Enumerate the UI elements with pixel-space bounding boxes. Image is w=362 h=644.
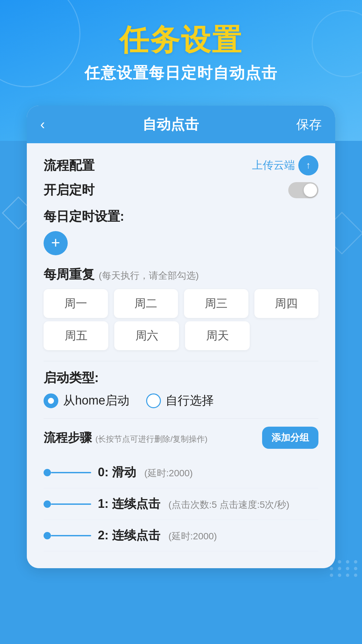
step-0-line: [51, 472, 91, 473]
page-sub-title: 任意设置每日定时自动点击: [84, 63, 278, 84]
day-sunday[interactable]: 周天: [185, 321, 250, 350]
radio-custom[interactable]: 自行选择: [146, 392, 214, 409]
radio-row: 从home启动 自行选择: [44, 392, 318, 409]
card-topbar: ‹ 自动点击 保存: [27, 106, 335, 143]
step-1-detail: (点击次数:5 点击速度:5次/秒): [168, 499, 289, 510]
toggle-knob: [304, 183, 317, 197]
step-1-text: 1: 连续点击 (点击次数:5 点击速度:5次/秒): [98, 496, 318, 512]
header-title-area: 任务设置 任意设置每日定时自动点击: [84, 20, 278, 84]
step-item-2[interactable]: 2: 连续点击 (延时:2000): [44, 520, 318, 551]
step-item-0[interactable]: 0: 滑动 (延时:2000): [44, 457, 318, 488]
radio-home-inner: [48, 398, 54, 404]
back-button[interactable]: ‹: [40, 117, 45, 131]
radio-home-label: 从home启动: [63, 392, 129, 409]
main-card: ‹ 自动点击 保存 流程配置 上传云端 ↑ 开启定时: [27, 106, 335, 568]
upload-label: 上传云端: [252, 158, 295, 173]
flow-config-section: 流程配置 上传云端 ↑: [44, 155, 318, 175]
weekly-repeat-section: 每周重复 (每天执行，请全部勾选) 周一 周二 周三 周四 周五 周六 周天: [44, 266, 318, 350]
radio-custom-label: 自行选择: [166, 392, 214, 409]
divider-1: [44, 361, 318, 361]
weekly-repeat-label: 每周重复: [44, 267, 95, 281]
add-timer-button[interactable]: +: [44, 231, 68, 255]
daily-timer-label: 每日定时设置:: [44, 208, 318, 225]
step-0-dot: [44, 469, 51, 476]
step-2-dot: [44, 532, 51, 539]
step-2-detail: (延时:2000): [168, 531, 217, 541]
weekdays-grid-row2: 周五 周六 周天: [44, 321, 250, 350]
step-1-dot: [44, 500, 51, 508]
day-monday[interactable]: 周一: [44, 289, 108, 318]
step-1-line: [51, 503, 91, 505]
upload-icon-circle: ↑: [298, 155, 318, 175]
step-2-line: [51, 535, 91, 536]
divider-2: [44, 418, 318, 419]
day-thursday[interactable]: 周四: [254, 289, 319, 318]
timer-toggle[interactable]: [288, 182, 318, 198]
save-button[interactable]: 保存: [296, 116, 322, 133]
steps-section: 流程步骤 (长按节点可进行删除/复制操作) 添加分组 0: 滑动 (延时:200…: [44, 427, 318, 551]
day-tuesday[interactable]: 周二: [114, 289, 178, 318]
weekdays-grid-row1: 周一 周二 周三 周四: [44, 289, 318, 318]
step-2-name: 2: 连续点击: [98, 528, 160, 542]
step-2-text: 2: 连续点击 (延时:2000): [98, 527, 318, 544]
weekly-repeat-header: 每周重复 (每天执行，请全部勾选): [44, 266, 318, 283]
daily-timer-section: 每日定时设置: +: [44, 208, 318, 255]
add-group-button[interactable]: 添加分组: [262, 427, 318, 449]
step-0-text: 0: 滑动 (延时:2000): [98, 464, 318, 481]
steps-label: 流程步骤: [44, 431, 92, 444]
flow-config-label: 流程配置: [44, 157, 95, 174]
step-1-name: 1: 连续点击: [98, 497, 160, 511]
step-2-indicator: [44, 532, 91, 539]
timer-label: 开启定时: [44, 181, 95, 199]
step-0-detail: (延时:2000): [144, 468, 193, 478]
radio-home[interactable]: 从home启动: [44, 392, 129, 409]
step-0-name: 0: 滑动: [98, 465, 136, 479]
day-wednesday[interactable]: 周三: [184, 289, 248, 318]
steps-label-area: 流程步骤 (长按节点可进行删除/复制操作): [44, 430, 207, 446]
step-item-1[interactable]: 1: 连续点击 (点击次数:5 点击速度:5次/秒): [44, 488, 318, 520]
topbar-title: 自动点击: [142, 115, 199, 134]
radio-custom-circle: [146, 393, 161, 408]
weekly-repeat-sub: (每天执行，请全部勾选): [99, 270, 199, 281]
radio-home-circle: [44, 393, 58, 408]
upload-arrow-icon: ↑: [306, 160, 311, 171]
card-body: 流程配置 上传云端 ↑ 开启定时 每日定时设置: +: [27, 143, 335, 568]
step-1-indicator: [44, 500, 91, 508]
start-type-section: 启动类型: 从home启动 自行选择: [44, 369, 318, 409]
day-saturday[interactable]: 周六: [114, 321, 179, 350]
steps-sub: (长按节点可进行删除/复制操作): [95, 434, 207, 443]
page-main-title: 任务设置: [84, 20, 278, 60]
start-type-label: 启动类型:: [44, 369, 318, 386]
timer-toggle-row: 开启定时: [44, 181, 318, 199]
steps-header: 流程步骤 (长按节点可进行删除/复制操作) 添加分组: [44, 427, 318, 449]
add-plus-icon: +: [51, 235, 60, 250]
step-0-indicator: [44, 469, 91, 476]
upload-cloud-button[interactable]: 上传云端 ↑: [252, 155, 318, 175]
day-friday[interactable]: 周五: [44, 321, 108, 350]
